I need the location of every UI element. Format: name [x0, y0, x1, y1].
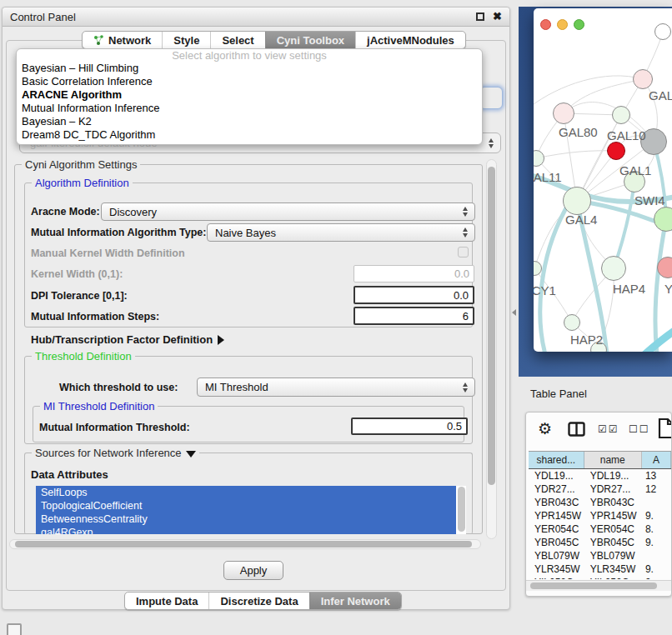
- network-node-gal4[interactable]: [563, 187, 591, 215]
- network-node-gal10[interactable]: [612, 106, 630, 124]
- attribute-item-selected[interactable]: TopologicalCoefficient: [36, 499, 456, 512]
- tab-label: Network: [108, 34, 151, 47]
- focused-combobox-fragment[interactable]: [479, 87, 503, 109]
- attribute-item-selected[interactable]: SelfLoops: [36, 486, 456, 499]
- network-node-gal1-selected[interactable]: [607, 142, 625, 160]
- network-node-hap4[interactable]: [601, 256, 626, 281]
- gear-icon[interactable]: ⚙: [538, 419, 552, 438]
- hub-definition-toggle[interactable]: Hub/Transcription Factor Definition: [31, 333, 224, 346]
- tab-jactivemnodules[interactable]: jActiveMNodules: [355, 32, 465, 48]
- group-title: Cyni Algorithm Settings: [22, 158, 140, 171]
- table-cell: [642, 496, 671, 509]
- select-all-checkboxes-icon[interactable]: ☑☑: [598, 423, 619, 435]
- table-hscrollbar[interactable]: [526, 580, 671, 591]
- node-label: GAL80: [559, 125, 598, 139]
- bottom-tabbar: Impute Data Discretize Data Infer Networ…: [124, 592, 402, 610]
- network-node[interactable]: [654, 23, 671, 40]
- table-header-row: shared... name A: [529, 451, 671, 469]
- tab-label: Discretize Data: [220, 595, 298, 608]
- tab-impute-data[interactable]: Impute Data: [125, 592, 208, 609]
- node-label: SWI4: [634, 193, 665, 208]
- column-header-shared-name[interactable]: shared...: [529, 452, 584, 468]
- control-panel-titlebar: Control Panel ✖: [3, 8, 509, 27]
- mi-type-combobox[interactable]: Naive Bayes: [207, 223, 475, 242]
- table-cell: YBL079W: [584, 549, 642, 562]
- table-cell: YLR345W: [584, 562, 642, 576]
- table-cell: YDR27...: [529, 482, 584, 496]
- table-row[interactable]: YER054C YER054C 8.: [529, 522, 671, 536]
- columns-icon[interactable]: [568, 422, 585, 437]
- float-window-icon[interactable]: [476, 12, 484, 21]
- tab-network[interactable]: Network: [83, 32, 162, 48]
- dropdown-item[interactable]: Basic Correlation Inference: [17, 75, 482, 88]
- close-traffic-icon[interactable]: [540, 19, 551, 30]
- minimize-traffic-icon[interactable]: [557, 19, 568, 30]
- dropdown-hint: Select algorithm to view settings: [17, 49, 482, 62]
- mi-type-label: Mutual Information Algorithm Type:: [31, 227, 206, 238]
- table-row[interactable]: YIL052C YIL052C 9: [529, 576, 671, 579]
- settings-vscrollbar-thumb[interactable]: [488, 167, 495, 485]
- dpi-tolerance-field[interactable]: [354, 286, 474, 304]
- settings-hscrollbar-thumb[interactable]: [15, 541, 472, 548]
- table-cell: YIL052C: [529, 576, 584, 579]
- dropdown-item-selected[interactable]: ARACNE Algorithm: [17, 88, 482, 102]
- network-node-gal80[interactable]: [553, 102, 574, 124]
- sources-group-toggle[interactable]: Sources for Network Inference: [32, 447, 199, 459]
- page-icon[interactable]: [658, 418, 672, 439]
- table-row[interactable]: YPR145W YPR145W 9.: [529, 509, 671, 522]
- close-icon[interactable]: ✖: [493, 12, 502, 21]
- tab-cyni-toolbox[interactable]: Cyni Toolbox: [265, 32, 355, 48]
- dropdown-item[interactable]: Bayesian – Hill Climbing: [17, 62, 482, 75]
- table-cell: YER054C: [584, 522, 642, 536]
- dropdown-item[interactable]: Mutual Information Inference: [17, 102, 482, 115]
- network-view-window: GAL GAL80 GAL10 GAL1 GAL11 SWI4 GAL4 GCY…: [534, 8, 672, 352]
- which-threshold-combobox[interactable]: MI Threshold: [197, 378, 475, 397]
- dropdown-item[interactable]: Dream8 DC_TDC Algorithm: [17, 128, 482, 142]
- list-scrollbar[interactable]: [458, 487, 465, 532]
- attribute-item-selected[interactable]: gal4RGexp: [36, 526, 456, 534]
- attribute-item-selected[interactable]: BetweennessCentrality: [36, 512, 456, 526]
- manual-kernel-checkbox[interactable]: [458, 247, 469, 258]
- collapsed-panel-icon[interactable]: [7, 623, 22, 635]
- apply-button[interactable]: Apply: [223, 561, 283, 580]
- table-row[interactable]: YLR345W YLR345W 9.: [529, 562, 671, 576]
- column-header-partial[interactable]: A: [642, 452, 671, 468]
- table-cell: YER054C: [529, 522, 584, 536]
- aracne-mode-combobox[interactable]: Discovery: [101, 202, 475, 221]
- table-cell: [642, 549, 671, 562]
- table-row[interactable]: YDR27... YDR27... 12: [529, 482, 671, 496]
- network-node-bright-green[interactable]: [654, 207, 672, 232]
- window-title: Control Panel: [10, 11, 476, 23]
- tab-label: Impute Data: [136, 595, 198, 608]
- combobox-value: Naive Bayes: [208, 227, 459, 239]
- table-cell: YBL079W: [529, 549, 584, 562]
- sources-group-title: Sources for Network Inference: [35, 447, 182, 459]
- tab-style[interactable]: Style: [162, 32, 210, 48]
- table-panel-window: ⚙ ☑☑ ☐☐ shared... name A YDL19... YDL19.…: [525, 412, 672, 597]
- table-row[interactable]: YDL19... YDL19... 13: [529, 469, 671, 482]
- mi-threshold-field[interactable]: [351, 418, 468, 435]
- network-node[interactable]: [633, 69, 653, 89]
- tab-infer-network[interactable]: Infer Network: [309, 592, 401, 609]
- mi-steps-field[interactable]: [354, 307, 474, 325]
- table-cell: 9.: [642, 536, 671, 549]
- table-cell: YDL19...: [529, 469, 584, 482]
- settings-hscrollbar[interactable]: [9, 539, 481, 549]
- zoom-traffic-icon[interactable]: [574, 19, 584, 30]
- tab-label: jActiveMNodules: [367, 34, 454, 47]
- table-row[interactable]: YBL079W YBL079W: [529, 549, 671, 562]
- settings-vscrollbar[interactable]: [486, 159, 497, 539]
- network-node-hap2[interactable]: [564, 314, 580, 331]
- dropdown-item[interactable]: Bayesian – K2: [17, 115, 482, 128]
- tab-select[interactable]: Select: [210, 32, 264, 48]
- tab-discretize-data[interactable]: Discretize Data: [208, 592, 308, 609]
- column-header-name[interactable]: name: [584, 452, 642, 468]
- panel-splitter-arrow-icon[interactable]: [512, 309, 516, 316]
- kernel-width-field[interactable]: [354, 265, 474, 282]
- table-hscrollbar-thumb[interactable]: [530, 582, 657, 589]
- deselect-all-checkboxes-icon[interactable]: ☐☐: [629, 423, 650, 435]
- table-row[interactable]: YBR045C YBR045C 9.: [529, 536, 671, 549]
- collapse-down-icon: [186, 451, 196, 458]
- table-row[interactable]: YBR043C YBR043C: [529, 496, 671, 509]
- tab-label: Cyni Toolbox: [277, 34, 344, 47]
